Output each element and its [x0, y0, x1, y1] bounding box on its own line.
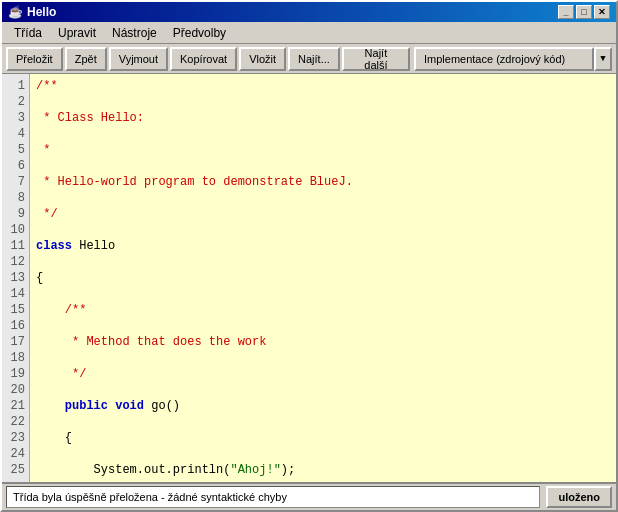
status-message: Třída byla úspěšně přeložena - žádné syn… — [6, 486, 540, 508]
menu-trida[interactable]: Třída — [6, 24, 50, 42]
title-bar-controls: _ □ ✕ — [558, 5, 610, 19]
btn-kopirovvat[interactable]: Kopírovat — [170, 47, 237, 71]
menu-nastroje[interactable]: Nástroje — [104, 24, 165, 42]
btn-najit-dalsi[interactable]: Najít další — [342, 47, 410, 71]
toolbar: Přeložit Zpět Vyjmout Kopírovat Vložit N… — [2, 44, 616, 74]
minimize-button[interactable]: _ — [558, 5, 574, 19]
line-numbers: 12345 678910 1112131415 1617181920 21222… — [2, 74, 30, 482]
window-icon: ☕ — [8, 5, 23, 19]
view-label[interactable]: Implementace (zdrojový kód) — [414, 47, 594, 71]
code-line-8: /** — [36, 302, 610, 318]
code-line-6: class Hello — [36, 238, 610, 254]
view-dropdown: Implementace (zdrojový kód) ▼ — [414, 47, 612, 71]
code-line-2: * Class Hello: — [36, 110, 610, 126]
status-badge-text: uloženo — [558, 491, 600, 503]
menu-predvolby[interactable]: Předvolby — [165, 24, 234, 42]
maximize-button[interactable]: □ — [576, 5, 592, 19]
code-line-1: /** — [36, 78, 610, 94]
btn-zpet[interactable]: Zpět — [65, 47, 107, 71]
btn-vlozit[interactable]: Vložit — [239, 47, 286, 71]
close-button[interactable]: ✕ — [594, 5, 610, 19]
code-editor[interactable]: /** * Class Hello: * * Hello-world progr… — [30, 74, 616, 482]
title-bar-left: ☕ Hello — [8, 5, 56, 19]
menu-bar: Třída Upravit Nástroje Předvolby — [2, 22, 616, 44]
code-line-5: */ — [36, 206, 610, 222]
main-window: ☕ Hello _ □ ✕ Třída Upravit Nástroje Pře… — [0, 0, 618, 512]
status-bar: Třída byla úspěšně přeložena - žádné syn… — [2, 482, 616, 510]
btn-vyjmout[interactable]: Vyjmout — [109, 47, 168, 71]
code-line-13: System.out.println("Ahoj!"); — [36, 462, 610, 478]
main-content: 12345 678910 1112131415 1617181920 21222… — [2, 74, 616, 482]
view-arrow-btn[interactable]: ▼ — [594, 47, 612, 71]
window-title: Hello — [27, 5, 56, 19]
status-message-text: Třída byla úspěšně přeložena - žádné syn… — [13, 491, 287, 503]
code-line-3: * — [36, 142, 610, 158]
btn-najit[interactable]: Najít... — [288, 47, 340, 71]
status-badge: uloženo — [546, 486, 612, 508]
code-line-12: { — [36, 430, 610, 446]
code-line-4: * Hello-world program to demonstrate Blu… — [36, 174, 610, 190]
title-bar: ☕ Hello _ □ ✕ — [2, 2, 616, 22]
btn-prelozit[interactable]: Přeložit — [6, 47, 63, 71]
code-line-11: public void go() — [36, 398, 610, 414]
code-line-9: * Method that does the work — [36, 334, 610, 350]
menu-upravit[interactable]: Upravit — [50, 24, 104, 42]
code-line-7: { — [36, 270, 610, 286]
code-line-10: */ — [36, 366, 610, 382]
